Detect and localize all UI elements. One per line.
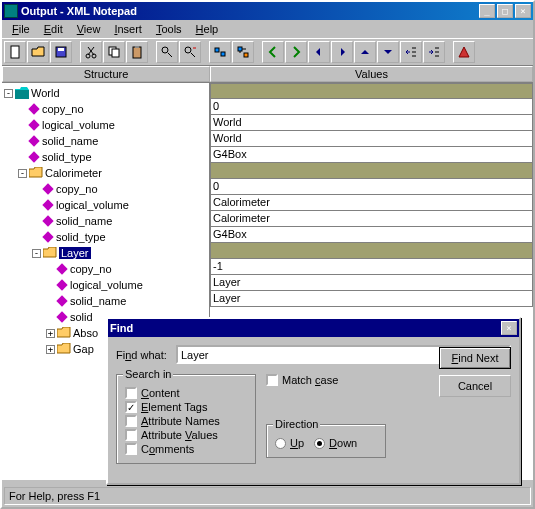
find-what-label: Find what: [116,349,176,361]
svg-rect-11 [215,48,219,52]
value-cell[interactable]: Layer [210,275,533,291]
tree-leaf[interactable]: logical_volume [4,197,207,213]
expand-icon[interactable]: + [46,329,55,338]
value-cell[interactable] [210,83,533,99]
comments-checkbox[interactable]: Comments [125,443,247,455]
menu-insert[interactable]: Insert [108,22,148,36]
svg-rect-2 [58,48,64,51]
find-button[interactable] [156,41,178,63]
value-cell[interactable] [210,163,533,179]
find-next-button[interactable]: Find Next [439,347,511,369]
collapse-icon[interactable]: - [32,249,41,258]
tree-leaf[interactable]: solid_type [4,149,207,165]
value-cell[interactable]: 0 [210,99,533,115]
content-checkbox[interactable]: Content [125,387,247,399]
cancel-button[interactable]: Cancel [439,375,511,397]
find-next-button[interactable] [179,41,201,63]
diamond-icon [28,135,39,146]
value-cell[interactable] [210,243,533,259]
attribute-names-checkbox[interactable]: Attribute Names [125,415,247,427]
svg-rect-13 [238,47,242,51]
open-button[interactable] [27,41,49,63]
match-case-checkbox[interactable]: Match case [266,374,386,386]
maximize-button[interactable]: □ [497,4,513,18]
value-cell[interactable]: -1 [210,259,533,275]
menu-view[interactable]: View [71,22,107,36]
direction-up-radio[interactable]: Up [275,437,304,449]
value-cell[interactable]: 0 [210,179,533,195]
tree-node-layer[interactable]: -Layer [4,245,207,261]
main-titlebar: Output - XML Notepad _ □ × [2,2,533,20]
folder-open-icon [29,167,43,179]
indent-button[interactable] [423,41,445,63]
change-button[interactable] [232,41,254,63]
find-close-button[interactable]: × [501,321,517,335]
expand-icon[interactable]: + [46,345,55,354]
diamond-icon [42,215,53,226]
move-up-button[interactable] [354,41,376,63]
value-cell[interactable]: G4Box [210,227,533,243]
menu-tools[interactable]: Tools [150,22,188,36]
copy-button[interactable] [103,41,125,63]
find-title: Find [110,322,499,334]
tree-leaf[interactable]: copy_no [4,261,207,277]
tree-leaf[interactable]: solid_type [4,229,207,245]
tree-leaf[interactable]: solid_name [4,293,207,309]
find-titlebar: Find × [108,319,519,337]
tree-node-calorimeter[interactable]: -Calorimeter [4,165,207,181]
paste-button[interactable] [126,41,148,63]
close-button[interactable]: × [515,4,531,18]
move-left-button[interactable] [308,41,330,63]
minimize-button[interactable]: _ [479,4,495,18]
selected-node-label: Layer [59,247,91,259]
collapse-icon[interactable]: - [4,89,13,98]
tree-leaf[interactable]: logical_volume [4,277,207,293]
tree-leaf[interactable]: solid_name [4,213,207,229]
move-down-button[interactable] [377,41,399,63]
tree-leaf[interactable]: solid_name [4,133,207,149]
svg-rect-14 [244,53,248,57]
attribute-values-checkbox[interactable]: Attribute Values [125,429,247,441]
menu-help[interactable]: Help [190,22,225,36]
menu-edit[interactable]: Edit [38,22,69,36]
svg-rect-8 [135,46,139,48]
radio-icon [314,438,325,449]
menu-file[interactable]: File [6,22,36,36]
find-dialog: Find × Find what: Search in Content ✓Ele… [106,317,521,485]
search-in-legend: Search in [123,368,173,380]
help-button[interactable] [453,41,475,63]
value-cell[interactable]: Calorimeter [210,211,533,227]
duplicate-button[interactable] [209,41,231,63]
new-button[interactable] [4,41,26,63]
value-cell[interactable]: Layer [210,291,533,307]
tree-node-world[interactable]: -World [4,85,207,101]
diamond-icon [56,311,67,322]
diamond-icon [28,119,39,130]
cut-button[interactable] [80,41,102,63]
column-headers: Structure Values [2,66,533,82]
value-cell[interactable]: World [210,115,533,131]
move-right-button[interactable] [331,41,353,63]
tree-leaf[interactable]: logical_volume [4,117,207,133]
diamond-icon [42,231,53,242]
tree-leaf[interactable]: copy_no [4,181,207,197]
values-header[interactable]: Values [210,66,533,82]
svg-rect-6 [112,49,119,57]
direction-down-radio[interactable]: Down [314,437,357,449]
save-button[interactable] [50,41,72,63]
value-cell[interactable]: Calorimeter [210,195,533,211]
nav-forward-button[interactable] [285,41,307,63]
svg-rect-7 [133,47,141,58]
nav-back-button[interactable] [262,41,284,63]
structure-header[interactable]: Structure [2,66,210,82]
collapse-icon[interactable]: - [18,169,27,178]
outdent-button[interactable] [400,41,422,63]
diamond-icon [42,183,53,194]
diamond-icon [28,151,39,162]
value-cell[interactable]: World [210,131,533,147]
element-tags-checkbox[interactable]: ✓Element Tags [125,401,247,413]
value-cell[interactable]: G4Box [210,147,533,163]
diamond-icon [56,263,67,274]
tree-leaf[interactable]: copy_no [4,101,207,117]
direction-legend: Direction [273,418,320,430]
